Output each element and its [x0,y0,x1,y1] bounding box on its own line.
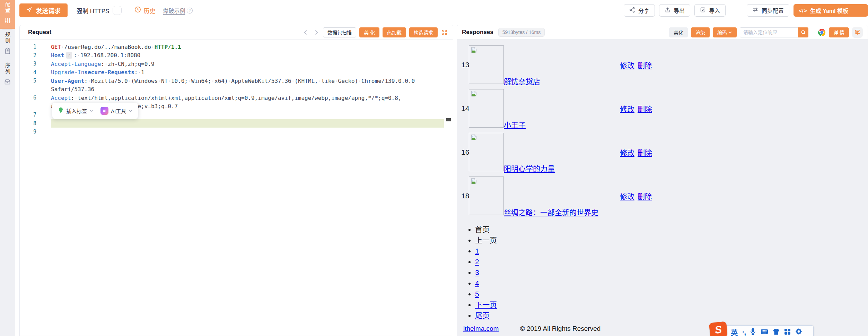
skin-icon[interactable] [773,328,780,336]
export-icon [665,7,670,14]
book-cell: 阳明心学的力量 [469,133,620,171]
book-title-link[interactable]: 解忧杂货店 [504,77,540,85]
ime-toolbar: 英 ·, [723,325,814,336]
send-request-label: 发送请求 [36,6,61,15]
copyright-text: © 2019 All Rights Reserved [520,325,601,332]
editor-line[interactable]: 5User-Agent:·Mozilla/5.0·(Windows·NT·10.… [20,77,453,85]
page-link[interactable]: 1 [475,247,479,255]
toolbox-grid-icon[interactable] [784,328,791,336]
edit-link[interactable]: 修改 [620,105,634,113]
encode-dropdown[interactable]: 编码 [713,27,737,37]
build-request-button[interactable]: 构造请求 [409,27,438,37]
history-next-button[interactable] [313,29,320,36]
search-button[interactable] [798,27,808,37]
editor-line[interactable]: 8 [20,119,453,128]
chrome-icon[interactable] [818,28,826,36]
beautify-response-button[interactable]: 美化 [669,27,688,37]
overview-ruler-mark [446,118,451,121]
left-sidebar: 配置 规则 序列 [0,0,15,336]
editor-line[interactable]: 4Upgrade-Insecure-Requests:·1 [20,68,453,77]
settings-gear-icon[interactable] [795,328,802,336]
detail-button[interactable]: 详 情 [829,27,849,37]
fuzztag-hint-badge[interactable]: ? [66,52,72,59]
share-button[interactable]: 分享 [624,4,655,17]
beautify-request-button[interactable]: 美 化 [359,27,379,37]
microphone-icon[interactable] [750,328,756,336]
responses-panel-header: Responses 5913bytes / 16ms 美化 渲染 编码 详 情 [457,25,868,40]
popup-divider [97,108,97,114]
share-icon [629,7,635,14]
insert-tag-menu[interactable]: 插入标签 [58,107,93,114]
line-number: 9 [20,129,36,135]
fullscreen-icon[interactable] [441,29,448,36]
editor-line[interactable]: 2Host?:·192.168.200.1:8080 [20,51,453,60]
book-id: 18 [461,192,469,200]
sogou-logo[interactable]: S [709,321,728,336]
book-list: 13解忧杂货店修改删除14小王子修改删除16阳明心学的力量修改删除18丝绸之路：… [461,45,868,215]
page-link[interactable]: 尾页 [475,311,490,319]
send-request-button[interactable]: 发送请求 [19,3,68,17]
hot-reload-button[interactable]: 热加载 [383,27,406,37]
help-icon[interactable]: ? [187,8,193,14]
page-link[interactable]: 4 [475,279,479,287]
editor-line[interactable]: 6Accept:·text/html,application/xhtml+xml… [20,94,453,102]
editor-line[interactable]: 1GET·/userReg.do/../manaBook.do·HTTP/1.1 [20,43,453,51]
editor-line[interactable]: 3Accept-Language:·zh-CN,zh;q=0.9 [20,60,453,68]
top-toolbar: 发送请求 强制 HTTPS 历史 爆破示例 ? 分享 导出 导入 [15,0,868,21]
sidebar-tab-rules[interactable]: 规则 [0,31,15,59]
packet-scan-button[interactable]: 数据包扫描 [323,27,356,37]
delete-link[interactable]: 删除 [638,105,652,113]
book-title-link[interactable]: 小王子 [504,121,526,129]
delete-link[interactable]: 删除 [638,61,652,69]
line-number: 2 [20,52,36,59]
sync-config-button[interactable]: 同步配置 [747,4,789,17]
search-input[interactable] [740,27,798,37]
sidebar-tab-config[interactable]: 配置 [0,0,15,29]
page-link[interactable]: 5 [475,290,479,298]
blast-example-link[interactable]: 爆破示例 [163,6,185,15]
broken-image [469,176,504,215]
render-button[interactable]: 渲染 [691,27,710,37]
import-icon [700,7,706,14]
pagination-item: 尾页 [475,310,868,321]
page-link[interactable]: 下一页 [475,301,497,309]
book-title-link[interactable]: 丝绸之路：一部全新的世界史 [504,208,598,216]
ai-tools-menu[interactable]: AI AI工具 [100,107,132,115]
page-link[interactable]: 3 [475,268,479,276]
pagination-item: 5 [475,288,868,299]
pagination-item: 4 [475,278,868,288]
book-actions: 修改删除 [620,191,868,201]
sidebar-divider [2,60,12,60]
ime-language-toggle[interactable]: 英 [731,327,738,336]
history-button[interactable]: 历史 [134,6,155,15]
generate-yaml-button[interactable]: </> 生成 Yaml 模板 [794,4,868,17]
editor-line[interactable]: Safari/537.36 [20,85,453,94]
page-link[interactable]: 2 [475,258,479,266]
request-editor[interactable]: 1GET·/userReg.do/../manaBook.do·HTTP/1.1… [20,40,453,136]
line-content: Accept:·text/html,application/xhtml+xml,… [51,94,444,102]
paper-plane-icon [26,7,33,15]
ai-tools-label: AI工具 [111,107,126,114]
book-cell: 解忧杂货店 [469,45,620,84]
edit-link[interactable]: 修改 [620,149,634,157]
request-panel: Request 数据包扫描 美 化 热加载 构造请求 1GET·/userReg… [19,25,453,336]
sidebar-tab-sequence[interactable]: 序列 [0,61,15,90]
book-title-link[interactable]: 阳明心学的力量 [504,165,555,173]
feedback-button[interactable] [852,27,863,38]
edit-link[interactable]: 修改 [620,192,634,200]
import-button[interactable]: 导入 [694,4,726,17]
delete-link[interactable]: 删除 [638,192,652,200]
sliders-icon [4,17,11,25]
editor-line[interactable]: 9 [20,128,453,136]
delete-link[interactable]: 删除 [638,149,652,157]
import-label: 导入 [709,6,720,15]
history-prev-button[interactable] [302,29,309,36]
force-https-checkbox[interactable] [113,6,122,15]
ime-punctuation-toggle[interactable]: ·, [742,328,745,336]
footer-link[interactable]: itheima.com [463,325,499,332]
edit-link[interactable]: 修改 [620,61,634,69]
keyboard-icon[interactable] [761,329,768,336]
book-actions: 修改删除 [620,147,868,157]
line-content: Safari/537.36 [51,85,444,94]
export-button[interactable]: 导出 [659,4,690,17]
